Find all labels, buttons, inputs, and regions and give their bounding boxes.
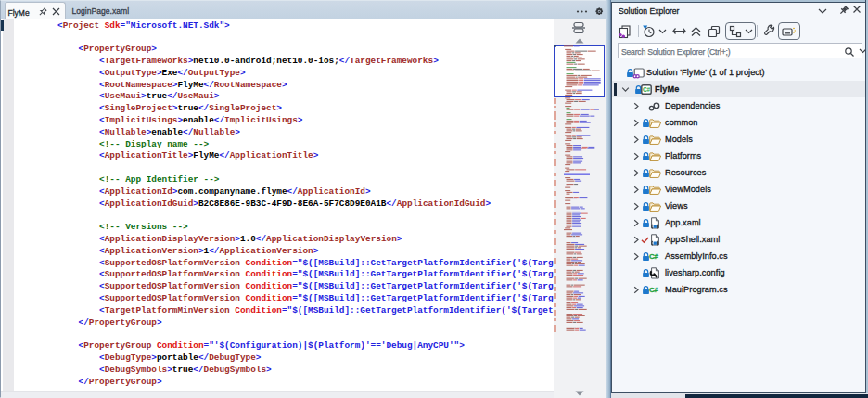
svg-text:C#: C# [643, 86, 650, 93]
